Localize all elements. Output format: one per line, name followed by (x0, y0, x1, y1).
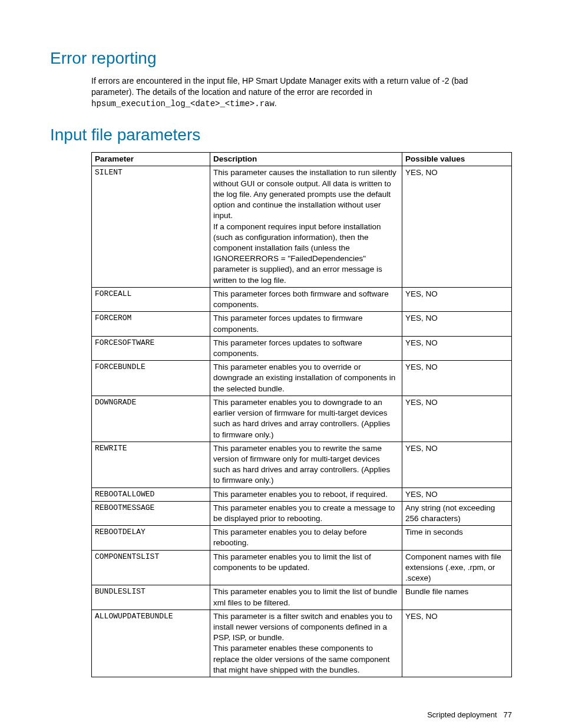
table-row: FORCEBUNDLEThis parameter enables you to… (92, 361, 512, 396)
cell-description: This parameter enables you to delay befo… (210, 526, 402, 550)
input-file-parameters-body: Parameter Description Possible values SI… (91, 152, 512, 677)
error-reporting-body: If errors are encountered in the input f… (91, 75, 512, 110)
description-text: This parameter enables you to override o… (213, 362, 399, 394)
description-text: This parameter enables you to rewrite th… (213, 443, 399, 486)
description-text: This parameter enables you to delay befo… (213, 527, 399, 548)
table-row: REWRITEThis parameter enables you to rew… (92, 442, 512, 487)
table-header-row: Parameter Description Possible values (92, 153, 512, 166)
table-row: FORCESOFTWAREThis parameter forces updat… (92, 336, 512, 360)
description-text: This parameter enables you to reboot, if… (213, 489, 399, 500)
description-text: This parameter forces both firmware and … (213, 289, 399, 310)
cell-description: This parameter enables you to rewrite th… (210, 442, 402, 487)
error-reporting-text-post: . (275, 98, 277, 108)
cell-parameter: REWRITE (92, 442, 210, 487)
table-row: REBOOTMESSAGEThis parameter enables you … (92, 501, 512, 525)
cell-description: This parameter enables you to reboot, if… (210, 487, 402, 501)
error-reporting-code: hpsum_execution_log_<date>_<time>.raw (91, 99, 275, 108)
cell-parameter: FORCEALL (92, 287, 210, 311)
error-reporting-text-pre: If errors are encountered in the input f… (91, 76, 468, 97)
cell-possible-values: YES, NO (402, 336, 512, 360)
error-reporting-heading: Error reporting (50, 47, 512, 70)
cell-description: This parameter is a filter switch and en… (210, 610, 402, 677)
cell-possible-values: YES, NO (402, 361, 512, 396)
description-text: This parameter causes the installation t… (213, 167, 399, 221)
cell-description: This parameter enables you to override o… (210, 361, 402, 396)
cell-possible-values: YES, NO (402, 312, 512, 336)
description-text: This parameter enables you to limit the … (213, 552, 399, 573)
cell-parameter: ALLOWUPDATEBUNDLE (92, 610, 210, 677)
cell-parameter: FORCESOFTWARE (92, 336, 210, 360)
table-row: BUNDLESLISTThis parameter enables you to… (92, 585, 512, 610)
table-row: ALLOWUPDATEBUNDLEThis parameter is a fil… (92, 610, 512, 677)
cell-possible-values: YES, NO (402, 166, 512, 287)
cell-description: This parameter causes the installation t… (210, 166, 402, 287)
cell-possible-values: Component names with file extensions (.e… (402, 550, 512, 585)
cell-parameter: REBOOTDELAY (92, 526, 210, 550)
cell-parameter: REBOOTALLOWED (92, 487, 210, 501)
cell-parameter: BUNDLESLIST (92, 585, 210, 610)
description-text: This parameter forces updates to firmwar… (213, 313, 399, 334)
cell-description: This parameter enables you to limit the … (210, 550, 402, 585)
cell-description: This parameter forces updates to firmwar… (210, 312, 402, 336)
description-text: This parameter forces updates to softwar… (213, 338, 399, 359)
cell-description: This parameter enables you to downgrade … (210, 396, 402, 442)
table-row: FORCEROMThis parameter forces updates to… (92, 312, 512, 336)
description-text: This parameter enables you to create a m… (213, 503, 399, 524)
cell-possible-values: YES, NO (402, 487, 512, 501)
cell-description: This parameter forces both firmware and … (210, 287, 402, 311)
cell-possible-values: YES, NO (402, 442, 512, 487)
description-text: This parameter enables these components … (213, 643, 399, 676)
description-text: This parameter enables you to downgrade … (213, 397, 399, 440)
cell-parameter: COMPONENTSLIST (92, 550, 210, 585)
footer-text: Scripted deployment (427, 710, 497, 719)
cell-parameter: REBOOTMESSAGE (92, 501, 210, 525)
cell-parameter: FORCEBUNDLE (92, 361, 210, 396)
cell-possible-values: YES, NO (402, 610, 512, 677)
cell-parameter: SILENT (92, 166, 210, 287)
cell-parameter: FORCEROM (92, 312, 210, 336)
header-description: Description (210, 153, 402, 166)
description-text: This parameter enables you to limit the … (213, 587, 399, 608)
cell-description: This parameter enables you to create a m… (210, 501, 402, 525)
cell-possible-values: YES, NO (402, 287, 512, 311)
cell-possible-values: Bundle file names (402, 585, 512, 610)
description-text: This parameter is a filter switch and en… (213, 611, 399, 644)
header-parameter: Parameter (92, 153, 210, 166)
header-possible-values: Possible values (402, 153, 512, 166)
table-row: REBOOTALLOWEDThis parameter enables you … (92, 487, 512, 501)
cell-parameter: DOWNGRADE (92, 396, 210, 442)
table-row: COMPONENTSLISTThis parameter enables you… (92, 550, 512, 585)
table-row: SILENTThis parameter causes the installa… (92, 166, 512, 287)
cell-possible-values: Time in seconds (402, 526, 512, 550)
description-text: If a component requires input before ins… (213, 222, 399, 286)
cell-description: This parameter forces updates to softwar… (210, 336, 402, 360)
cell-possible-values: Any string (not exceeding 256 characters… (402, 501, 512, 525)
table-row: FORCEALLThis parameter forces both firmw… (92, 287, 512, 311)
input-file-parameters-heading: Input file parameters (50, 124, 512, 146)
cell-possible-values: YES, NO (402, 396, 512, 442)
footer-page-number: 77 (504, 710, 512, 719)
table-row: DOWNGRADEThis parameter enables you to d… (92, 396, 512, 442)
cell-description: This parameter enables you to limit the … (210, 585, 402, 610)
parameters-table: Parameter Description Possible values SI… (91, 152, 512, 677)
page-footer: Scripted deployment 77 (50, 710, 512, 720)
table-row: REBOOTDELAYThis parameter enables you to… (92, 526, 512, 550)
